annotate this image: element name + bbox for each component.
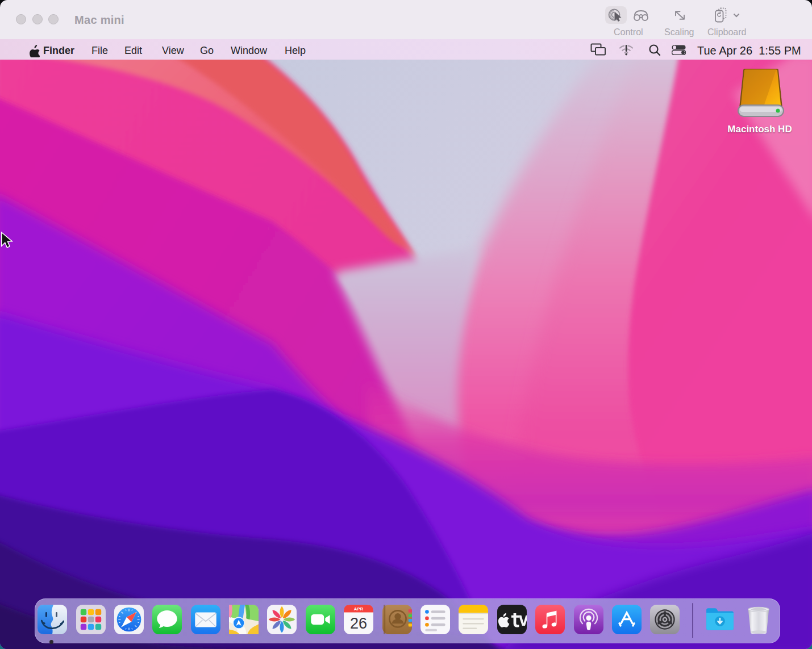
svg-text:26: 26	[350, 615, 367, 632]
svg-text:APR: APR	[354, 606, 364, 612]
